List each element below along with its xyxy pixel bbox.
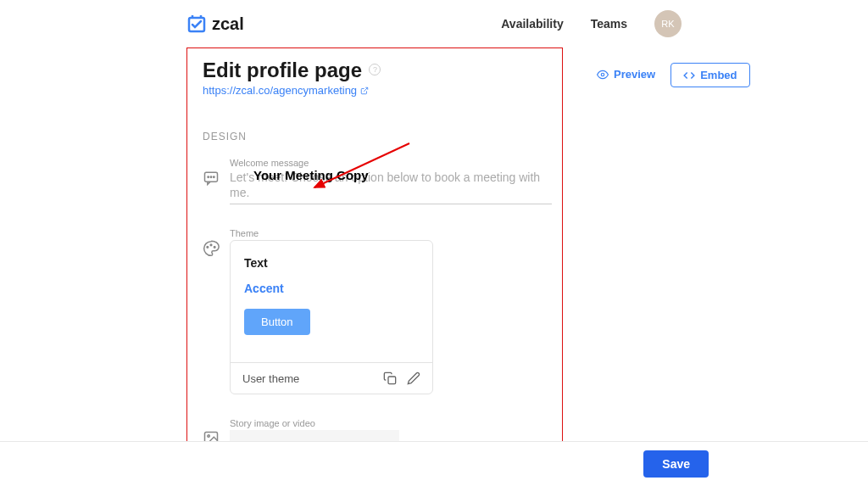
svg-point-9 bbox=[210, 244, 212, 246]
profile-url-link[interactable]: https://zcal.co/agencymarketing bbox=[203, 84, 552, 97]
theme-row: Theme Text Accent Button User theme bbox=[203, 228, 552, 394]
content-area: Edit profile page ? https://zcal.co/agen… bbox=[186, 47, 563, 486]
avatar[interactable]: RK bbox=[654, 10, 682, 37]
welcome-overlay-annotation: Your Meeting Copy bbox=[253, 168, 369, 182]
theme-button-sample[interactable]: Button bbox=[244, 309, 310, 335]
svg-point-5 bbox=[208, 176, 209, 177]
avatar-initials: RK bbox=[661, 19, 674, 29]
logo[interactable]: zcal bbox=[186, 14, 244, 34]
preview-button[interactable]: Preview bbox=[590, 63, 662, 86]
logo-text: zcal bbox=[212, 14, 244, 34]
footer-bar: Save bbox=[0, 441, 868, 486]
page-title: Edit profile page bbox=[203, 59, 362, 81]
theme-preview: Text Accent Button bbox=[231, 241, 432, 362]
svg-point-10 bbox=[214, 247, 215, 249]
chat-icon bbox=[203, 170, 220, 187]
svg-point-8 bbox=[207, 247, 209, 249]
profile-url-text: https://zcal.co/agencymarketing bbox=[203, 84, 357, 97]
palette-icon bbox=[203, 240, 220, 257]
main-nav: Availability Teams RK bbox=[501, 10, 682, 37]
theme-text-sample: Text bbox=[244, 256, 419, 270]
code-icon bbox=[683, 70, 695, 81]
welcome-message-row: Welcome message Let's meet! Choose an op… bbox=[203, 158, 552, 204]
svg-line-3 bbox=[364, 87, 368, 92]
svg-point-6 bbox=[210, 176, 211, 177]
embed-button[interactable]: Embed bbox=[670, 63, 749, 87]
eye-icon bbox=[597, 69, 609, 81]
svg-point-13 bbox=[208, 435, 210, 438]
welcome-input[interactable]: Let's meet! Choose an option below to bo… bbox=[230, 170, 552, 204]
svg-point-7 bbox=[214, 176, 214, 177]
calendar-icon bbox=[186, 14, 207, 34]
app-header: zcal Availability Teams RK bbox=[0, 0, 868, 47]
copy-icon[interactable] bbox=[383, 371, 397, 385]
svg-point-16 bbox=[601, 73, 604, 76]
svg-rect-11 bbox=[388, 377, 396, 384]
external-link-icon bbox=[360, 87, 369, 95]
design-section-label: DESIGN bbox=[203, 131, 552, 142]
theme-label: Theme bbox=[230, 228, 552, 238]
save-button[interactable]: Save bbox=[643, 450, 709, 478]
actions-sidebar: Preview Embed bbox=[590, 47, 750, 486]
theme-footer: User theme bbox=[231, 362, 432, 394]
theme-card: Text Accent Button User theme bbox=[230, 240, 433, 394]
theme-accent-sample: Accent bbox=[244, 282, 419, 295]
nav-availability[interactable]: Availability bbox=[501, 17, 563, 31]
nav-teams[interactable]: Teams bbox=[591, 17, 627, 31]
welcome-label: Welcome message bbox=[230, 158, 552, 168]
pencil-icon[interactable] bbox=[407, 371, 420, 385]
preview-label: Preview bbox=[614, 68, 655, 81]
help-icon[interactable]: ? bbox=[369, 64, 381, 75]
embed-label: Embed bbox=[700, 69, 737, 81]
story-label: Story image or video bbox=[230, 418, 552, 428]
theme-name: User theme bbox=[242, 372, 299, 385]
